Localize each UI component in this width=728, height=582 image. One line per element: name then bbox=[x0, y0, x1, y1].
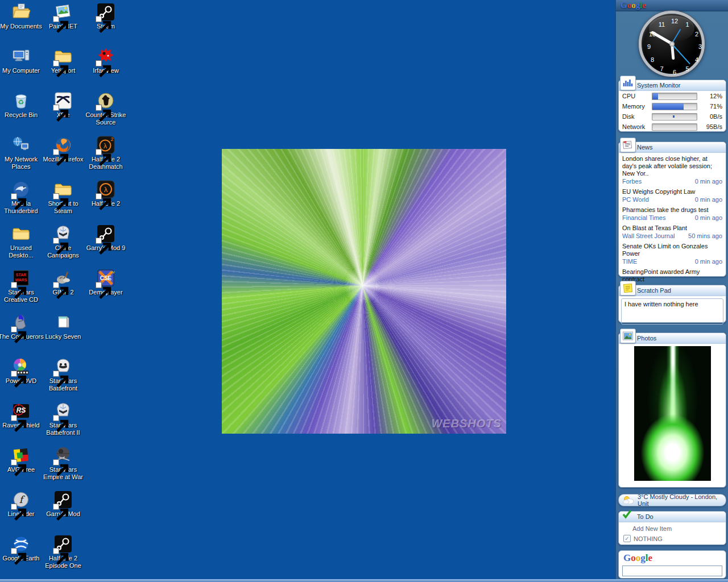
sysmon-progress-track bbox=[652, 123, 697, 131]
my-documents-icon bbox=[11, 2, 31, 22]
news-item: EU Weighs Copyright LawPC World0 min ago bbox=[619, 186, 726, 204]
sun-cloud-icon bbox=[622, 496, 635, 505]
webshots-watermark: WEBSHOTS bbox=[431, 417, 502, 430]
empire-at-war-icon bbox=[53, 446, 73, 465]
photos-panel: Photos bbox=[618, 332, 726, 488]
news-headline[interactable]: BearingPoint awarded Army contract bbox=[622, 268, 722, 283]
news-source-link[interactable]: Financial Times bbox=[622, 214, 665, 221]
news-item: Senate OKs Limit on Gonzales PowerTIME0 … bbox=[619, 240, 726, 266]
todo-add-new-item[interactable]: Add New Item bbox=[619, 522, 726, 533]
thunderbird-icon bbox=[11, 180, 31, 199]
google-logo-letter: g bbox=[640, 552, 646, 563]
desktop-icon-star-wars-empire-at-war[interactable]: Star Wars Empire at War bbox=[39, 446, 88, 481]
desktop-icon-paint-net[interactable]: Paint.NET bbox=[39, 2, 88, 30]
news-headline[interactable]: EU Weighs Copyright Law bbox=[622, 188, 722, 196]
news-headline[interactable]: Pharmacies take the drugs test bbox=[622, 206, 722, 214]
bar-chart-icon bbox=[620, 76, 636, 90]
half-life-2-icon: λ2 bbox=[96, 135, 115, 155]
news-timestamp: 0 min ago bbox=[695, 258, 722, 265]
desktop-icon-clone-campaigns[interactable]: Clone Campaigns bbox=[39, 224, 88, 259]
google-search-input[interactable] bbox=[622, 566, 722, 576]
news-source-link[interactable]: Forbes bbox=[622, 178, 642, 185]
my-computer-icon bbox=[11, 47, 31, 66]
lucky-seven-icon bbox=[53, 313, 73, 332]
desktop-icon-star-wars-battlefront-ii[interactable]: Star Wars Battlefront II bbox=[39, 401, 88, 436]
desktop-icon-xfire[interactable]: Xfire bbox=[39, 91, 88, 119]
news-headline[interactable]: Senate OKs Limit on Gonzales Power bbox=[622, 243, 722, 257]
desktop-icon-star-wars-battlefront[interactable]: Star Wars Battlefront bbox=[39, 357, 88, 392]
news-header[interactable]: News bbox=[619, 142, 726, 153]
shortcut-arrow-icon bbox=[11, 459, 17, 465]
desktop-icon-irfanview[interactable]: IrfanView bbox=[81, 47, 130, 74]
photo-thumbnail[interactable] bbox=[634, 346, 711, 481]
desktop: WEBSHOTS My DocumentsMy Computer♻Recycle… bbox=[0, 0, 615, 582]
desktop-icon-half-life-2[interactable]: λHalf-Life 2 bbox=[81, 180, 130, 207]
sysmon-progress-fill bbox=[652, 103, 684, 110]
desktop-icon-yetisport[interactable]: Yetisport bbox=[39, 47, 88, 74]
sticky-note-icon bbox=[620, 281, 636, 296]
todo-checkbox[interactable]: ✓ bbox=[623, 535, 631, 542]
news-headline[interactable]: London shares close higher, at day's pea… bbox=[622, 155, 722, 177]
news-source-link[interactable]: Wall Street Journal bbox=[622, 232, 675, 239]
photos-title: Photos bbox=[637, 335, 656, 342]
desktop-icon-garry-s-mod[interactable]: Garry's Mod bbox=[39, 490, 88, 518]
shortcut-arrow-icon bbox=[53, 504, 59, 510]
clock-numeral: 3 bbox=[696, 43, 704, 50]
clock-numeral: 8 bbox=[648, 56, 656, 63]
desktop-icon-garry-s-mod-9[interactable]: Garry's Mod 9 bbox=[81, 224, 130, 252]
sysmon-label: Memory bbox=[622, 103, 652, 110]
desktop-icon-counter-strike-source[interactable]: Counter-Strike Source bbox=[81, 91, 130, 126]
sidebar-header[interactable]: Google bbox=[616, 0, 728, 11]
shortcut-arrow-icon bbox=[11, 371, 17, 377]
shortcut-arrow-icon bbox=[53, 60, 59, 66]
news-meta: TIME0 min ago bbox=[622, 258, 722, 265]
paint-net-icon bbox=[53, 2, 73, 22]
clock-numeral: 12 bbox=[671, 18, 679, 24]
the-conquerors-icon bbox=[11, 313, 31, 332]
steam-icon bbox=[53, 490, 73, 509]
sysmon-value: 0B/s bbox=[697, 113, 722, 120]
svg-text:IV: IV bbox=[111, 271, 115, 274]
shortcut-arrow-icon bbox=[11, 548, 17, 554]
news-timestamp: 0 min ago bbox=[695, 196, 722, 203]
todo-header[interactable]: To Do bbox=[619, 512, 726, 522]
avg-icon bbox=[11, 446, 31, 465]
svg-text:λ: λ bbox=[104, 142, 107, 150]
scratch-pad-panel: Scratch Pad I have written nothing here bbox=[618, 285, 726, 323]
desktop-icon-half-life-2-deathmatch[interactable]: λ2Half-Life 2 Deathmatch bbox=[81, 135, 130, 171]
wallpaper-image: WEBSHOTS bbox=[222, 149, 506, 434]
clock-numeral: 5 bbox=[684, 65, 692, 72]
folder-icon bbox=[53, 47, 73, 66]
desktop-icon-demoplayer[interactable]: CSEIVDemoplayer bbox=[81, 268, 130, 296]
desktop-icon-lucky-seven[interactable]: Lucky Seven bbox=[39, 313, 88, 340]
desktop-icon-half-life-2-episode-one[interactable]: Half-Life 2 Episode One bbox=[39, 534, 88, 569]
svg-text:STAR: STAR bbox=[16, 273, 27, 277]
steam-icon bbox=[53, 534, 73, 554]
battlefront-icon bbox=[53, 357, 73, 376]
sysmon-value: 71% bbox=[697, 103, 722, 110]
shortcut-arrow-icon bbox=[53, 193, 59, 199]
system-monitor-header[interactable]: System Monitor bbox=[619, 80, 726, 91]
weather-bar[interactable]: 3°C Mostly Cloudy - London, Unit bbox=[618, 494, 726, 506]
steam-icon bbox=[96, 2, 115, 22]
desktop-icon-gimp-2[interactable]: GIMP 2 bbox=[39, 268, 88, 296]
sysmon-row-network: Network95B/s bbox=[619, 122, 726, 132]
raven-shield-icon: RS bbox=[11, 401, 31, 421]
scratch-pad-header[interactable]: Scratch Pad bbox=[619, 285, 726, 296]
gimp-icon bbox=[53, 268, 73, 288]
photo-icon bbox=[620, 329, 636, 343]
news-item: Pharmacies take the drugs testFinancial … bbox=[619, 204, 726, 222]
desktop-icon-shortcut-to-steam[interactable]: Shortcut to Steam bbox=[39, 180, 88, 215]
desktop-icon-steam[interactable]: Steam bbox=[81, 2, 130, 30]
clock-widget[interactable]: 121234567891011 bbox=[639, 11, 705, 77]
todo-panel: To Do Add New Item ✓ NOTHING bbox=[618, 511, 726, 545]
shortcut-arrow-icon bbox=[96, 238, 102, 244]
scratch-pad-input[interactable]: I have written nothing here bbox=[621, 298, 723, 325]
photos-header[interactable]: Photos bbox=[619, 333, 726, 344]
todo-item: ✓ NOTHING bbox=[619, 533, 726, 542]
news-source-link[interactable]: TIME bbox=[622, 258, 637, 265]
sysmon-row-cpu: CPU12% bbox=[619, 91, 726, 101]
desktop-icon-mozilla-firefox[interactable]: Mozilla Firefox bbox=[39, 135, 88, 163]
news-headline[interactable]: On Blast at Texas Plant bbox=[622, 225, 722, 232]
news-source-link[interactable]: PC World bbox=[622, 196, 649, 203]
